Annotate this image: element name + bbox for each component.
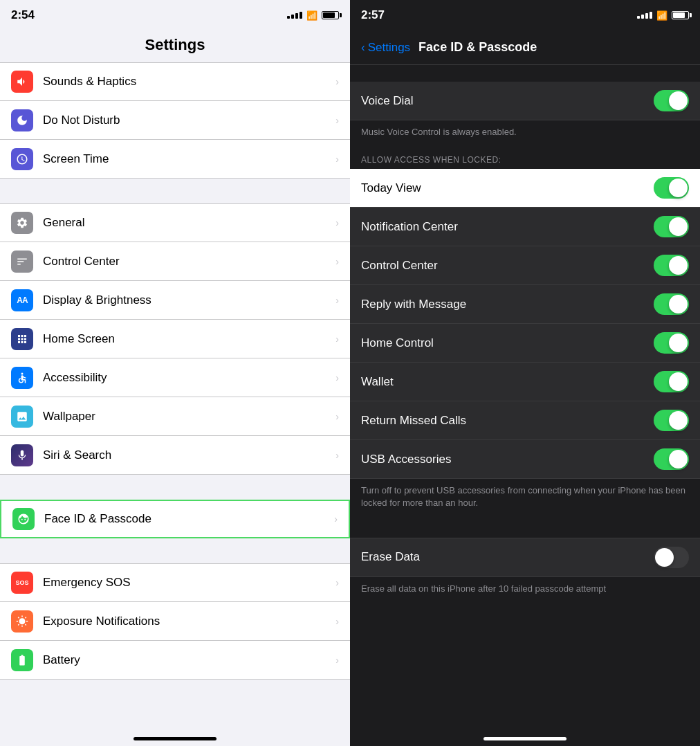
display-chevron: › <box>335 295 339 306</box>
svg-point-0 <box>21 372 24 374</box>
display-label: Display & Brightness <box>43 293 335 307</box>
battery-label: Battery <box>43 653 335 667</box>
homescreen-icon <box>11 328 33 350</box>
status-icons-right: 📶 <box>637 10 689 21</box>
voice-dial-toggle[interactable] <box>654 90 689 111</box>
accessibility-label: Accessibility <box>43 371 335 385</box>
today-view-item[interactable]: Today View <box>350 169 700 208</box>
today-view-toggle[interactable] <box>654 177 689 199</box>
exposure-chevron: › <box>335 616 339 627</box>
control-icon <box>11 251 33 273</box>
home-bar-right <box>483 737 567 740</box>
wallpaper-label: Wallpaper <box>43 410 335 424</box>
battery-setting-icon <box>11 649 33 671</box>
wallet-toggle[interactable] <box>654 371 689 392</box>
sounds-icon <box>11 71 33 93</box>
settings-item-general[interactable]: General › <box>0 203 350 242</box>
faceid-label: Face ID & Passcode <box>44 512 334 526</box>
control-center-item[interactable]: Control Center <box>350 246 700 285</box>
allow-access-header: ALLOW ACCESS WHEN LOCKED: <box>350 149 700 169</box>
voice-dial-item[interactable]: Voice Dial <box>350 82 700 120</box>
settings-item-battery[interactable]: Battery › <box>0 641 350 680</box>
erase-data-item[interactable]: Erase Data <box>350 538 700 577</box>
usb-accessories-toggle[interactable] <box>654 448 689 470</box>
control-center-toggle[interactable] <box>654 255 689 276</box>
signal-icon <box>287 12 302 19</box>
faceid-chevron: › <box>334 513 338 525</box>
screentime-label: Screen Time <box>43 152 335 166</box>
erase-footer: Erase all data on this iPhone after 10 f… <box>350 577 700 606</box>
home-control-item[interactable]: Home Control <box>350 324 700 363</box>
homescreen-label: Home Screen <box>43 332 335 346</box>
wifi-icon-right: 📶 <box>656 10 667 21</box>
usb-footer: Turn off to prevent USB accessories from… <box>350 479 700 520</box>
settings-item-siri[interactable]: Siri & Search › <box>0 436 350 475</box>
usb-accessories-item[interactable]: USB Accessories <box>350 440 700 479</box>
settings-list[interactable]: Sounds & Haptics › Do Not Disturb › Scre… <box>0 62 350 722</box>
notification-center-toggle[interactable] <box>654 216 689 237</box>
settings-item-accessibility[interactable]: Accessibility › <box>0 358 350 397</box>
erase-data-label: Erase Data <box>361 550 654 564</box>
notification-center-item[interactable]: Notification Center <box>350 208 700 246</box>
sos-label: Emergency SOS <box>43 576 335 590</box>
return-missed-calls-toggle[interactable] <box>654 410 689 431</box>
faceid-icon <box>12 508 35 530</box>
group-sep-1 <box>0 179 350 203</box>
nav-bar: ‹ Settings Face ID & Passcode <box>350 30 700 65</box>
siri-chevron: › <box>335 450 339 461</box>
back-button[interactable]: ‹ Settings <box>361 41 410 55</box>
control-chevron: › <box>335 256 339 267</box>
screentime-icon <box>11 148 33 170</box>
back-chevron-icon: ‹ <box>361 41 365 55</box>
settings-item-control[interactable]: Control Center › <box>0 242 350 281</box>
settings-item-sounds[interactable]: Sounds & Haptics › <box>0 62 350 101</box>
siri-label: Siri & Search <box>43 448 335 462</box>
return-missed-calls-item[interactable]: Return Missed Calls <box>350 401 700 440</box>
usb-accessories-label: USB Accessories <box>361 453 654 466</box>
status-bar-right: 2:57 📶 <box>350 0 700 30</box>
wallpaper-chevron: › <box>335 411 339 422</box>
wallpaper-icon <box>11 406 33 428</box>
settings-item-homescreen[interactable]: Home Screen › <box>0 320 350 358</box>
exposure-label: Exposure Notifications <box>43 615 335 628</box>
dnd-chevron: › <box>335 115 339 126</box>
general-label: General <box>43 216 335 230</box>
voice-dial-footer: Music Voice Control is always enabled. <box>350 120 700 149</box>
settings-item-dnd[interactable]: Do Not Disturb › <box>0 101 350 140</box>
accessibility-chevron: › <box>335 372 339 383</box>
settings-group-3: Face ID & Passcode › <box>0 500 350 538</box>
siri-icon <box>11 444 33 466</box>
homescreen-chevron: › <box>335 334 339 345</box>
home-bar-left <box>133 737 217 740</box>
sounds-chevron: › <box>335 76 339 87</box>
home-control-toggle[interactable] <box>654 332 689 354</box>
dnd-icon <box>11 109 33 131</box>
signal-icon-right <box>637 12 652 19</box>
erase-data-toggle[interactable] <box>654 547 689 568</box>
section-div-2 <box>350 521 700 538</box>
back-label: Settings <box>368 41 410 55</box>
wallet-item[interactable]: Wallet <box>350 363 700 401</box>
left-title-bar: Settings <box>0 30 350 62</box>
settings-item-sos[interactable]: SOS Emergency SOS › <box>0 563 350 602</box>
status-icons-left: 📶 <box>287 10 339 21</box>
settings-item-faceid[interactable]: Face ID & Passcode › <box>0 500 350 538</box>
battery-icon <box>322 11 339 19</box>
sounds-label: Sounds & Haptics <box>43 75 335 89</box>
control-label: Control Center <box>43 255 335 269</box>
settings-item-exposure[interactable]: Exposure Notifications › <box>0 602 350 641</box>
reply-message-item[interactable]: Reply with Message <box>350 285 700 324</box>
exposure-icon <box>11 610 33 633</box>
settings-item-screentime[interactable]: Screen Time › <box>0 140 350 179</box>
section-div-1 <box>350 65 700 82</box>
reply-message-toggle[interactable] <box>654 293 689 315</box>
settings-group-1: Sounds & Haptics › Do Not Disturb › Scre… <box>0 62 350 179</box>
nav-title: Face ID & Passcode <box>418 40 537 55</box>
sos-icon: SOS <box>11 572 33 594</box>
right-content[interactable]: Voice Dial Music Voice Control is always… <box>350 65 700 722</box>
group-sep-2 <box>0 475 350 500</box>
return-missed-calls-label: Return Missed Calls <box>361 414 654 428</box>
settings-item-wallpaper[interactable]: Wallpaper › <box>0 397 350 436</box>
dnd-label: Do Not Disturb <box>43 113 335 127</box>
settings-item-display[interactable]: AA Display & Brightness › <box>0 281 350 320</box>
